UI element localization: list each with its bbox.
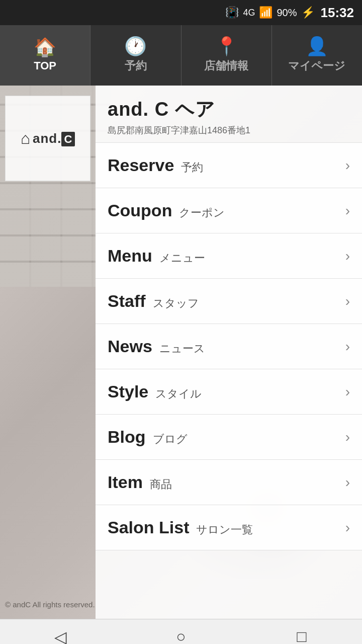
menu-item-news-arrow: › <box>345 339 350 355</box>
menu-item-menu-labels: Menu メニュー <box>108 246 205 266</box>
menu-item-item-en: Item <box>108 472 143 492</box>
menu-item-item-arrow: › <box>345 474 350 491</box>
menu-item-salon-list-labels: Salon List サロン一覧 <box>108 518 253 537</box>
recent-apps-button[interactable]: □ <box>287 622 317 645</box>
menu-item-coupon-labels: Coupon クーポン <box>108 201 225 220</box>
nav-tab-store-label: 店舗情報 <box>204 58 248 73</box>
menu-item-menu-arrow: › <box>345 248 350 264</box>
menu-item-style-arrow: › <box>345 384 350 400</box>
menu-item-item[interactable]: Item 商品 › <box>96 460 362 505</box>
menu-item-staff-arrow: › <box>345 293 350 309</box>
menu-item-salon-list-arrow: › <box>345 520 350 536</box>
menu-item-salon-list-en: Salon List <box>108 518 189 537</box>
nav-tab-reserve-label: 予約 <box>125 58 147 73</box>
menu-item-news[interactable]: News ニュース › <box>96 324 362 369</box>
menu-item-item-jp: 商品 <box>150 477 172 492</box>
back-icon: ◁ <box>54 627 67 645</box>
menu-item-staff-en: Staff <box>108 291 146 311</box>
nav-tab-reserve[interactable]: 🕐 予約 <box>90 25 181 86</box>
logo-house-icon: ⌂ <box>21 129 31 148</box>
menu-item-coupon-arrow: › <box>345 203 350 219</box>
status-bar: 📳 4G 📶 90% ⚡ 15:32 <box>0 0 362 25</box>
vibrate-icon: 📳 <box>225 6 239 19</box>
menu-item-news-jp: ニュース <box>159 341 205 356</box>
menu-item-style[interactable]: Style スタイル › <box>96 369 362 415</box>
menu-item-blog-arrow: › <box>345 429 350 445</box>
salon-address: 島尻郡南風原町字津嘉山1486番地1 <box>108 124 350 136</box>
reserve-nav-icon: 🕐 <box>124 37 147 55</box>
main-area: ⌂ and.C © andC All rights reserved. and.… <box>0 86 362 619</box>
menu-item-reserve-jp: 予約 <box>181 160 203 175</box>
battery-label: 90% <box>277 7 297 19</box>
menu-item-item-labels: Item 商品 <box>108 472 172 492</box>
top-icon: 🏠 <box>34 38 56 56</box>
menu-item-blog[interactable]: Blog ブログ › <box>96 415 362 460</box>
menu-item-news-en: News <box>108 337 152 356</box>
status-time: 15:32 <box>321 5 354 21</box>
menu-item-blog-labels: Blog ブログ <box>108 427 188 447</box>
mypage-nav-icon: 👤 <box>306 37 328 55</box>
back-button[interactable]: ◁ <box>45 622 75 645</box>
menu-item-staff-labels: Staff スタッフ <box>108 291 199 311</box>
menu-item-blog-en: Blog <box>108 427 146 447</box>
logo-text: and.C <box>33 131 75 146</box>
menu-item-reserve-en: Reserve <box>108 155 174 175</box>
recent-icon: □ <box>297 627 306 644</box>
menu-item-coupon-jp: クーポン <box>179 205 225 220</box>
bottom-nav: ◁ ○ □ <box>0 619 362 644</box>
menu-list: Reserve 予約 › Coupon クーポン › Menu メニュー › <box>96 143 362 619</box>
nav-tab-store[interactable]: 📍 店舗情報 <box>182 25 272 86</box>
nav-tab-mypage[interactable]: 👤 マイページ <box>272 25 362 86</box>
menu-item-salon-list[interactable]: Salon List サロン一覧 › <box>96 505 362 550</box>
left-sidebar: ⌂ and.C © andC All rights reserved. <box>0 86 96 619</box>
copyright-text: © andC All rights reserved. <box>5 600 95 609</box>
home-button[interactable]: ○ <box>166 622 196 645</box>
salon-header: and. C ヘア 島尻郡南風原町字津嘉山1486番地1 <box>96 86 362 143</box>
menu-item-reserve-arrow: › <box>345 157 350 174</box>
menu-item-menu-jp: メニュー <box>159 251 205 266</box>
nav-tab-mypage-label: マイページ <box>288 58 345 73</box>
status-icons: 📳 4G 📶 90% ⚡ <box>225 6 314 19</box>
menu-item-style-labels: Style スタイル <box>108 382 202 401</box>
salon-name: and. C ヘア <box>108 97 350 122</box>
menu-item-blog-jp: ブログ <box>153 432 188 447</box>
menu-item-menu-en: Menu <box>108 246 152 266</box>
right-panel: and. C ヘア 島尻郡南風原町字津嘉山1486番地1 Reserve 予約 … <box>96 86 362 619</box>
menu-item-coupon[interactable]: Coupon クーポン › <box>96 188 362 233</box>
logo-box: ⌂ and.C <box>5 96 90 181</box>
menu-item-reserve[interactable]: Reserve 予約 › <box>96 143 362 188</box>
menu-item-menu[interactable]: Menu メニュー › <box>96 233 362 279</box>
menu-item-style-en: Style <box>108 382 148 401</box>
menu-item-staff[interactable]: Staff スタッフ › <box>96 279 362 324</box>
store-nav-icon: 📍 <box>215 37 238 55</box>
menu-item-style-jp: スタイル <box>155 386 202 401</box>
menu-item-news-labels: News ニュース <box>108 337 205 356</box>
nav-tab-top[interactable]: 🏠 TOP <box>0 25 90 86</box>
menu-item-reserve-labels: Reserve 予約 <box>108 155 203 175</box>
menu-item-staff-jp: スタッフ <box>153 296 199 311</box>
nav-tabs: 🏠 TOP 🕐 予約 📍 店舗情報 👤 マイページ <box>0 25 362 86</box>
battery-icon: ⚡ <box>301 6 315 19</box>
logo: ⌂ and.C <box>21 129 75 148</box>
signal-icon: 📶 <box>259 6 273 19</box>
nav-tab-top-label: TOP <box>34 59 56 72</box>
menu-item-salon-list-jp: サロン一覧 <box>196 522 253 537</box>
home-icon: ○ <box>176 627 186 644</box>
menu-item-coupon-en: Coupon <box>108 201 172 220</box>
network-label: 4G <box>243 8 255 18</box>
